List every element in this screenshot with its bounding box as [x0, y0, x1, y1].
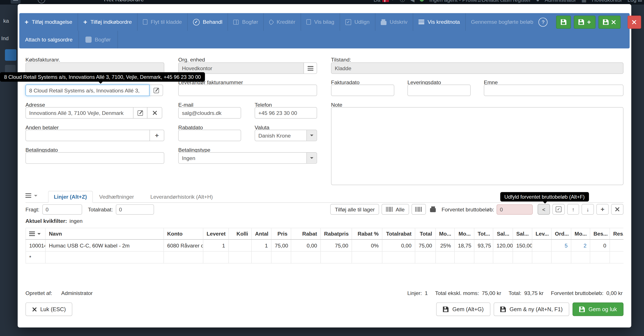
user-menu[interactable]: Administrator	[545, 0, 576, 2]
column-header[interactable]: Mo...	[454, 228, 474, 240]
quick-save-and-close-button[interactable]	[598, 15, 621, 28]
tilstand-field[interactable]	[331, 62, 624, 74]
add-all-to-stock-button[interactable]: Tilføj alle til lager	[330, 204, 379, 215]
column-header[interactable]: Rabat	[291, 228, 321, 240]
leverandor-field[interactable]	[26, 85, 150, 96]
adresse-clear-button[interactable]	[147, 107, 162, 119]
table-cell[interactable]: 5	[551, 240, 571, 251]
sidebar-tile[interactable]	[5, 65, 16, 73]
table-row[interactable]: 100014Humac USB C-C, 60W kabel - 2m6080 …	[26, 240, 624, 251]
toolbar-button-behandl[interactable]: ✓Behandl	[187, 13, 228, 31]
scan-button[interactable]	[412, 204, 426, 215]
grid-menu-header[interactable]	[26, 228, 46, 240]
announcement-icon[interactable]: ◀	[410, 0, 414, 2]
valuta-select[interactable]: Danish Krone	[254, 130, 317, 141]
help-button[interactable]: ?	[538, 17, 548, 26]
tab-leverandorhistorik[interactable]: Leverandørhistorik (Alt+H)	[144, 191, 218, 203]
attach-to-salgsordre-button[interactable]: Attach to salgsordre	[19, 31, 79, 48]
delete-line-button[interactable]	[611, 204, 624, 215]
column-header[interactable]: Antal	[252, 228, 271, 240]
grid-menu-button[interactable]	[26, 193, 38, 198]
email-field[interactable]	[178, 107, 241, 119]
column-header[interactable]: Res...	[610, 228, 624, 240]
quick-save-button[interactable]	[556, 15, 571, 28]
telefon-field[interactable]	[254, 107, 317, 119]
betalingstype-select[interactable]: Ingen	[178, 152, 317, 164]
emne-field[interactable]	[484, 85, 624, 96]
fill-expected-button[interactable]: <	[538, 204, 550, 215]
anden-betaler-field[interactable]	[26, 130, 150, 141]
betalingsdato-field[interactable]	[26, 152, 164, 164]
leveringsdato-field[interactable]	[407, 85, 471, 96]
language-selector[interactable]: Da	[374, 0, 394, 2]
menu-button[interactable]	[10, 0, 20, 4]
totalrabat-input[interactable]	[116, 204, 154, 215]
scan-all-button[interactable]: Alle	[382, 204, 409, 215]
table-cell[interactable]: 2	[571, 240, 590, 251]
adresse-field[interactable]	[26, 107, 134, 119]
fakturadato-field[interactable]	[331, 85, 394, 96]
add-line-button[interactable]: +	[596, 204, 609, 215]
sidebar-tile[interactable]	[5, 49, 16, 61]
move-line-up-button[interactable]: ↑	[567, 204, 579, 215]
column-header[interactable]: Ord...	[551, 228, 571, 240]
close-button[interactable]: Luk (ESC)	[26, 303, 72, 316]
toolbar-button-tilf-j-indk-bordre[interactable]: +Tilføj indkøbordre	[78, 13, 137, 31]
column-header[interactable]: Konto	[164, 228, 203, 240]
help-icon[interactable]: ?	[38, 0, 45, 3]
toolbar-button-gennemse-bogf-rte-bel-b[interactable]: Gennemse bogførte beløb	[465, 13, 539, 31]
quick-save-and-new-button[interactable]: +	[574, 15, 596, 28]
tab-vedhaeftninger[interactable]: Vedhæftninger	[93, 191, 140, 203]
move-line-down-button[interactable]: ↓	[582, 204, 594, 215]
tab-linjer[interactable]: Linjer (Alt+Z)	[48, 191, 92, 203]
toolbar-button-tilf-j-modtagelse[interactable]: +Tilføj modtagelse	[19, 13, 78, 31]
anden-betaler-add-button[interactable]: +	[150, 130, 164, 141]
column-header[interactable]: Tot...	[474, 228, 493, 240]
column-header[interactable]: Pris	[271, 228, 291, 240]
betalingstype-caret-button[interactable]	[306, 153, 317, 163]
column-header[interactable]: Rabatpris	[320, 228, 352, 240]
toolbar-button-flyt-til-kladde[interactable]: Flyt til kladde	[137, 13, 187, 31]
column-header[interactable]: Mo...	[436, 228, 454, 240]
table-row[interactable]: *	[26, 251, 624, 263]
column-header[interactable]: Bes...	[590, 228, 610, 240]
agent-status[interactable]: Ingen agent - Profile1/Default cash regi…	[430, 0, 531, 2]
toolbar-button-vis-kreditnota[interactable]: Vis kreditnota	[413, 13, 465, 31]
accept-lines-button[interactable]: ✓	[552, 204, 565, 215]
toolbar-button-udskriv[interactable]: Udskriv	[375, 13, 413, 31]
leverandor-edit-button[interactable]	[149, 85, 163, 96]
column-header[interactable]: Totalrabat	[382, 228, 415, 240]
column-header[interactable]: Mo...	[571, 228, 590, 240]
column-header[interactable]: Rabat %	[352, 228, 382, 240]
valuta-caret-button[interactable]	[306, 130, 317, 141]
info-icon[interactable]: ⓘ	[400, 0, 405, 3]
column-header[interactable]: Lev...	[532, 228, 551, 240]
column-header[interactable]: Navn	[46, 228, 164, 240]
fragt-input[interactable]	[42, 204, 82, 215]
toolbar-button-udlign[interactable]: ✓Udlign	[340, 13, 375, 31]
column-header[interactable]: Kolli	[229, 228, 252, 240]
logout-link[interactable]: Log af	[628, 0, 642, 2]
rabatdato-field[interactable]	[178, 130, 241, 141]
save-and-close-button[interactable]: Gem og luk	[572, 303, 624, 316]
save-and-new-button[interactable]: Gem & ny (Alt+N, F1)	[494, 303, 569, 316]
leverandor-fakturanummer-field[interactable]	[178, 85, 317, 96]
table-cell	[320, 251, 352, 263]
column-header[interactable]: Sal...	[493, 228, 513, 240]
toolbar-button-bogf-r[interactable]: Bogfør	[228, 13, 264, 31]
expected-gross-input[interactable]	[496, 204, 533, 215]
adresse-edit-button[interactable]	[133, 107, 148, 119]
close-dialog-button[interactable]	[627, 15, 641, 28]
save-button[interactable]: Gem (Alt+G)	[436, 303, 490, 316]
print-lines-button[interactable]	[428, 206, 438, 212]
toolbar-button-kredit-r[interactable]: Kreditér	[264, 13, 300, 31]
org-unit-menu[interactable]: Hovedkontor	[592, 0, 622, 2]
column-header[interactable]: Total	[415, 228, 436, 240]
column-header[interactable]: Leveret	[203, 228, 229, 240]
org-enhed-picker-button[interactable]	[304, 62, 317, 74]
list-icon	[308, 66, 313, 70]
toolbar-button-vis-bilag[interactable]: Vis bilag	[300, 13, 340, 31]
column-header[interactable]: Sal...	[513, 228, 532, 240]
note-textarea[interactable]	[331, 107, 624, 185]
bogfor-checkbox[interactable]	[85, 36, 92, 43]
